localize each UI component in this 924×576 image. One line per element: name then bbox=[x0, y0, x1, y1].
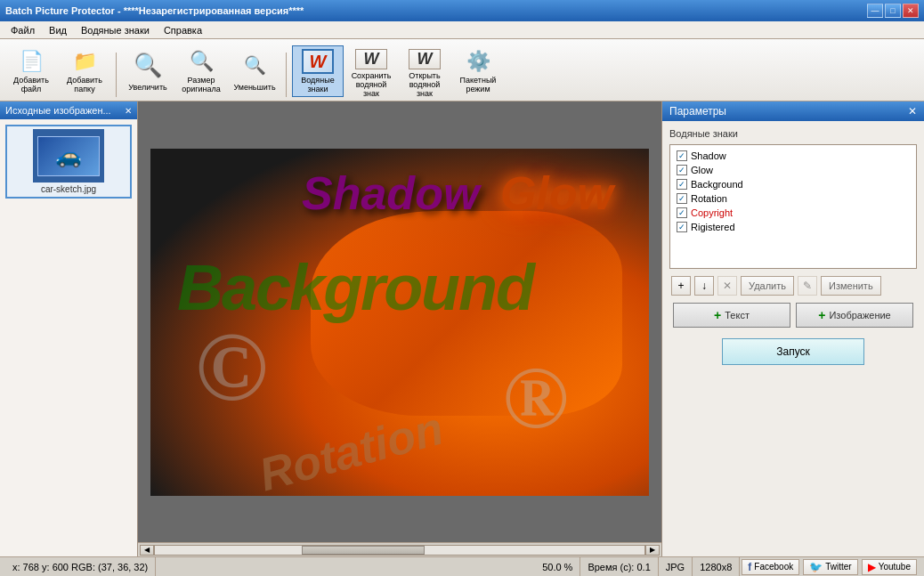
maximize-button[interactable]: □ bbox=[885, 4, 901, 18]
youtube-label: Youtube bbox=[879, 562, 911, 572]
wm-copyright: © bbox=[195, 318, 268, 416]
left-panel-close[interactable]: ✕ bbox=[125, 106, 132, 116]
status-time: Время (с): 0.1 bbox=[580, 557, 658, 576]
wm-checkbox-glow[interactable]: ✓ bbox=[677, 165, 687, 175]
right-panel-header: Параметры ✕ bbox=[662, 101, 924, 121]
add-text-plus-icon: + bbox=[714, 308, 721, 322]
original-size-button[interactable]: 🔍 Размер оригинала bbox=[175, 45, 227, 97]
car-thumb-preview bbox=[37, 136, 100, 176]
app-title: Batch Picture Protector - ****Незарегист… bbox=[5, 5, 304, 16]
horizontal-scrollbar[interactable]: ◀ ▶ bbox=[138, 542, 661, 556]
watermarks-button[interactable]: Водяные знаки bbox=[292, 45, 344, 97]
change-icon-btn: ✎ bbox=[798, 276, 817, 296]
change-btn[interactable]: Изменить bbox=[821, 276, 881, 296]
menu-file[interactable]: Файл bbox=[4, 24, 42, 37]
add-wm-icon-btn[interactable]: + bbox=[671, 276, 691, 296]
rgb-text: RGB: (37, 36, 32) bbox=[71, 562, 148, 572]
wm-item-rigistered[interactable]: ✓ Rigistered bbox=[674, 220, 912, 234]
title-bar: Batch Picture Protector - ****Незарегист… bbox=[0, 0, 924, 21]
menu-view[interactable]: Вид bbox=[42, 24, 74, 37]
save-watermark-button[interactable]: W Сохранить водяной знак bbox=[345, 45, 397, 97]
separator-1 bbox=[116, 53, 117, 97]
wm-shadow: Shadow bbox=[302, 166, 479, 220]
status-zoom: 50.0 % bbox=[535, 557, 580, 576]
open-watermark-label: Открыть водяной знак bbox=[409, 71, 440, 98]
facebook-label: Facebook bbox=[754, 562, 793, 572]
minimize-button[interactable]: — bbox=[867, 4, 883, 18]
scroll-right-arrow[interactable]: ▶ bbox=[645, 545, 660, 556]
zoom-in-button[interactable]: 🔍 Увеличить bbox=[122, 45, 174, 97]
save-watermark-label: Сохранить водяной знак bbox=[352, 71, 392, 98]
add-folder-button[interactable]: 📁 Добавить папку bbox=[59, 45, 110, 97]
batch-mode-label: Пакетный режим bbox=[460, 76, 497, 93]
wm-item-glow[interactable]: ✓ Glow bbox=[674, 163, 912, 177]
open-watermark-icon: W bbox=[409, 49, 441, 69]
add-text-label: Текст bbox=[725, 310, 750, 320]
wm-label-glow: Glow bbox=[691, 165, 713, 175]
wm-label-shadow: Shadow bbox=[691, 150, 726, 161]
wm-item-shadow[interactable]: ✓ Shadow bbox=[674, 149, 912, 163]
twitter-button[interactable]: 🐦 Twitter bbox=[803, 559, 857, 575]
status-bar: x: 768 y: 600 RGB: (37, 36, 32) 50.0 % В… bbox=[0, 556, 924, 576]
wm-checkbox-background[interactable]: ✓ bbox=[677, 179, 687, 190]
right-panel-close[interactable]: ✕ bbox=[908, 105, 917, 118]
add-image-button[interactable]: + Изображение bbox=[796, 303, 913, 328]
add-file-button[interactable]: 📄 Добавить файл bbox=[5, 45, 57, 97]
add-folder-icon: 📁 bbox=[69, 49, 101, 74]
add-folder-label: Добавить папку bbox=[67, 76, 102, 93]
wm-label-background: Background bbox=[691, 179, 743, 190]
image-canvas[interactable]: Shadow Glow Background © Rotation ® bbox=[150, 149, 649, 496]
facebook-button[interactable]: f Facebook bbox=[742, 559, 799, 575]
status-coords: x: 768 y: 600 RGB: (37, 36, 32) bbox=[5, 557, 156, 576]
wm-checkbox-shadow[interactable]: ✓ bbox=[677, 150, 687, 161]
coords-text: x: 768 y: 600 bbox=[12, 562, 69, 572]
status-format: JPG bbox=[659, 557, 693, 576]
add-image-label: Изображение bbox=[829, 310, 890, 320]
zoom-in-label: Увеличить bbox=[128, 83, 166, 92]
right-panel-title: Параметры bbox=[669, 105, 726, 118]
add-file-icon: 📄 bbox=[15, 49, 47, 74]
toolbar: 📄 Добавить файл 📁 Добавить папку 🔍 Увели… bbox=[0, 39, 924, 101]
youtube-button[interactable]: ▶ Youtube bbox=[862, 559, 917, 575]
wm-glow: Glow bbox=[500, 166, 613, 220]
open-watermark-button[interactable]: W Открыть водяной знак bbox=[399, 45, 450, 97]
wm-item-copyright[interactable]: ✓ Copyright bbox=[674, 206, 912, 220]
canvas-inner: Shadow Glow Background © Rotation ® bbox=[138, 101, 661, 542]
menu-help[interactable]: Справка bbox=[157, 24, 209, 37]
scroll-track[interactable] bbox=[154, 545, 645, 556]
wm-checkbox-rotation[interactable]: ✓ bbox=[677, 193, 687, 204]
image-list: car-sketch.jpg bbox=[0, 119, 137, 556]
facebook-icon: f bbox=[748, 561, 751, 573]
params-section: Водяные знаки ✓ Shadow ✓ Glow ✓ Backgrou… bbox=[662, 121, 924, 556]
batch-mode-button[interactable]: ⚙️ Пакетный режим bbox=[452, 45, 504, 97]
wm-toolbar-row: + ↓ ✕ Удалить ✎ Изменить bbox=[669, 276, 917, 296]
zoom-out-button[interactable]: 🔍 Уменьшить bbox=[229, 45, 280, 97]
wm-checkbox-copyright[interactable]: ✓ bbox=[677, 207, 687, 218]
add-file-label: Добавить файл bbox=[13, 76, 49, 93]
left-panel: Исходные изображен... ✕ car-sketch.jpg bbox=[0, 101, 138, 556]
save-watermark-icon: W bbox=[355, 49, 387, 69]
status-dimensions: 1280x8 bbox=[693, 557, 740, 576]
menu-watermarks[interactable]: Водяные знаки bbox=[74, 24, 157, 37]
wm-item-background[interactable]: ✓ Background bbox=[674, 177, 912, 191]
menu-bar: Файл Вид Водяные знаки Справка bbox=[0, 21, 924, 39]
wm-label-rotation: Rotation bbox=[691, 193, 727, 204]
move-down-icon-btn[interactable]: ↓ bbox=[694, 276, 714, 296]
batch-mode-icon: ⚙️ bbox=[462, 49, 494, 74]
separator-2 bbox=[286, 53, 287, 97]
scroll-left-arrow[interactable]: ◀ bbox=[140, 545, 154, 556]
zoom-out-label: Уменьшить bbox=[233, 83, 275, 92]
add-image-plus-icon: + bbox=[818, 308, 825, 322]
scroll-thumb[interactable] bbox=[302, 546, 425, 555]
add-text-button[interactable]: + Текст bbox=[673, 303, 790, 328]
launch-button[interactable]: Запуск bbox=[722, 338, 864, 365]
list-item[interactable]: car-sketch.jpg bbox=[5, 125, 132, 199]
window-controls: — □ ✕ bbox=[867, 4, 919, 18]
twitter-label: Twitter bbox=[825, 562, 851, 572]
image-thumbnail bbox=[33, 129, 104, 183]
delete-btn[interactable]: Удалить bbox=[741, 276, 794, 296]
wm-checkbox-rigistered[interactable]: ✓ bbox=[677, 222, 687, 232]
original-size-icon: 🔍 bbox=[185, 49, 217, 74]
wm-item-rotation[interactable]: ✓ Rotation bbox=[674, 191, 912, 206]
close-button[interactable]: ✕ bbox=[903, 4, 919, 18]
